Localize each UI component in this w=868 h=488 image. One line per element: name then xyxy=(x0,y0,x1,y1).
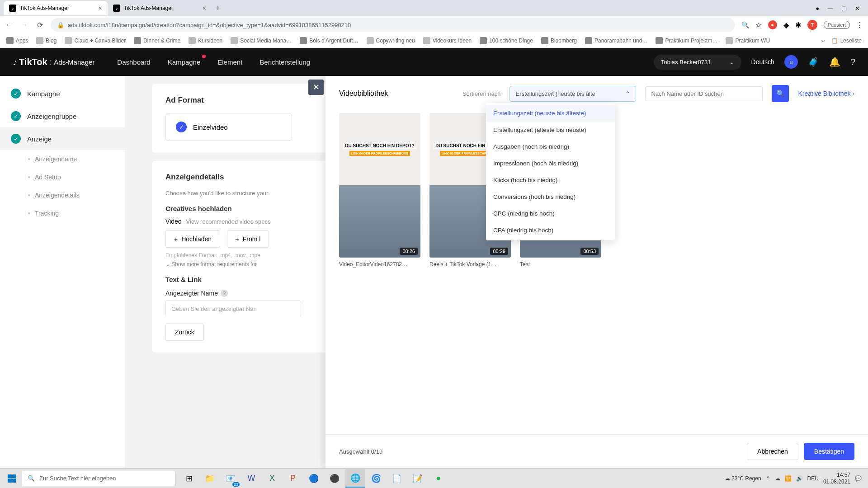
from-library-button[interactable]: +From l xyxy=(227,230,269,248)
explorer-icon[interactable]: 📁 xyxy=(200,469,220,488)
angezeigter-name-input[interactable]: Geben Sie den angezeigten Nan xyxy=(165,300,301,317)
format-option-single-video[interactable]: ✓ Einzelvideo xyxy=(165,113,292,141)
sidebar-sub-tracking[interactable]: Tracking xyxy=(0,204,125,222)
bookmark-apps[interactable]: Apps xyxy=(6,37,28,44)
zoom-icon[interactable]: 🔍 xyxy=(741,21,749,28)
onedrive-icon[interactable]: ☁ xyxy=(775,475,780,482)
record-icon[interactable]: ● xyxy=(816,5,819,12)
maximize-icon[interactable]: ▢ xyxy=(841,5,847,12)
sort-option[interactable]: CPA (niedrig bis hoch) xyxy=(486,222,615,239)
close-drawer-button[interactable]: ✕ xyxy=(308,80,324,95)
volume-icon[interactable]: 🔊 xyxy=(796,475,803,482)
browser-tab[interactable]: ♪ TikTok Ads-Manager × xyxy=(108,1,212,15)
sidebar-sub-anzeigenname[interactable]: Anzeigenname xyxy=(0,150,125,168)
close-icon[interactable]: ✕ xyxy=(855,5,860,12)
upload-button[interactable]: +Hochladen xyxy=(165,230,220,248)
browser-tab-active[interactable]: ♪ TikTok Ads-Manager × xyxy=(4,1,108,15)
tray-chevron-icon[interactable]: ⌃ xyxy=(766,475,770,482)
video-specs-link[interactable]: View recommended video specs xyxy=(186,218,271,225)
user-avatar[interactable]: u xyxy=(784,55,798,69)
star-icon[interactable]: ☆ xyxy=(755,21,762,29)
new-tab-button[interactable]: + xyxy=(212,2,224,14)
sort-option[interactable]: Klicks (hoch bis niedrig) xyxy=(486,172,615,188)
bookmark-item[interactable]: Bloomberg xyxy=(541,37,577,44)
sidebar-sub-adsetup[interactable]: Ad Setup xyxy=(0,168,125,186)
minimize-icon[interactable]: — xyxy=(827,5,833,12)
app-icon[interactable]: 🔵 xyxy=(304,469,324,488)
info-icon[interactable]: ? xyxy=(221,290,228,297)
bell-icon[interactable]: 🔔 xyxy=(829,56,840,67)
notifications-icon[interactable]: 💬 xyxy=(855,475,862,482)
sort-option[interactable]: Impressionen (hoch bis niedrig) xyxy=(486,155,615,172)
sidebar-item-anzeige[interactable]: ✓Anzeige xyxy=(0,127,125,150)
mail-icon[interactable]: 📧23 xyxy=(221,469,241,488)
bookmark-item[interactable]: Claud + Canva Bilder xyxy=(65,37,126,44)
tiktok-logo[interactable]: ♪ TikTok : Ads-Manager xyxy=(13,57,94,67)
bookmark-item[interactable]: Kursideen xyxy=(189,37,222,44)
bookmark-item[interactable]: 100 schöne Dinge xyxy=(480,37,533,44)
bookmark-item[interactable]: Blog xyxy=(36,37,57,44)
task-view-icon[interactable]: ⊞ xyxy=(179,469,199,488)
briefcase-icon[interactable]: 🧳 xyxy=(808,56,819,67)
sort-option[interactable]: Ausgaben (hoch bis niedrig) xyxy=(486,138,615,155)
sort-option[interactable]: CPC (niedrig bis hoch) xyxy=(486,205,615,222)
excel-icon[interactable]: X xyxy=(262,469,282,488)
nav-kampagne[interactable]: Kampagne xyxy=(168,58,201,66)
wifi-icon[interactable]: 🛜 xyxy=(785,475,792,482)
obs-icon[interactable]: ⚫ xyxy=(325,469,344,488)
bookmark-item[interactable]: Copywriting neu xyxy=(367,37,415,44)
clock[interactable]: 14:57 01.08.2021 xyxy=(823,472,850,485)
close-icon[interactable]: × xyxy=(99,5,102,12)
nav-dashboard[interactable]: Dashboard xyxy=(117,58,150,66)
start-button[interactable] xyxy=(2,469,22,488)
language-indicator[interactable]: DEU xyxy=(807,475,819,482)
extension-icon[interactable]: ● xyxy=(768,20,777,29)
word-icon[interactable]: W xyxy=(241,469,261,488)
app-icon[interactable]: 📄 xyxy=(387,469,407,488)
extension-icon[interactable]: ◆ xyxy=(783,21,789,29)
bookmark-item[interactable]: Praktikum Projektm… xyxy=(656,37,717,44)
sort-option[interactable]: Erstellungszeit (älteste bis neuste) xyxy=(486,122,615,138)
back-icon[interactable]: ← xyxy=(5,21,14,29)
profile-avatar[interactable]: T xyxy=(807,20,817,30)
chrome-icon[interactable]: 🌐 xyxy=(345,469,365,488)
notepad-icon[interactable]: 📝 xyxy=(408,469,428,488)
reload-icon[interactable]: ⟳ xyxy=(35,21,44,29)
sort-option[interactable]: Erstellungszeit (neuste bis älteste) xyxy=(486,105,615,122)
cancel-button[interactable]: Abbrechen xyxy=(747,443,798,460)
bookmark-item[interactable]: Videokurs Ideen xyxy=(423,37,472,44)
menu-icon[interactable]: ⋮ xyxy=(856,21,863,29)
video-item[interactable]: DU SUCHST NOCH EIN DEPOT?LINK IN DER PRO… xyxy=(339,113,420,430)
sidebar-item-anzeigengruppe[interactable]: ✓Anzeigengruppe xyxy=(0,105,125,127)
bookmark-item[interactable]: Bois d'Argent Duft… xyxy=(300,37,358,44)
language-selector[interactable]: Deutsch xyxy=(751,58,774,66)
bookmark-item[interactable]: Panoramabahn und… xyxy=(585,37,647,44)
bookmark-item[interactable]: Dinner & Crime xyxy=(134,37,180,44)
leseliste-button[interactable]: 📋Leseliste xyxy=(831,38,862,44)
nav-berichterstellung[interactable]: Berichterstellung xyxy=(259,58,310,66)
search-input[interactable] xyxy=(645,86,763,101)
powerpoint-icon[interactable]: P xyxy=(283,469,303,488)
sidebar-item-kampagne[interactable]: ✓Kampagne xyxy=(0,82,125,105)
sort-option[interactable]: Conversions (hoch bis niedrig) xyxy=(486,188,615,205)
back-button[interactable]: Zurück xyxy=(165,324,204,341)
extensions-icon[interactable]: ✱ xyxy=(795,21,801,29)
edge-icon[interactable]: 🌀 xyxy=(366,469,386,488)
nav-element[interactable]: Element xyxy=(217,58,242,66)
close-icon[interactable]: × xyxy=(203,5,206,12)
paused-badge[interactable]: Pausiert xyxy=(824,21,850,29)
bookmark-item[interactable]: Praktikum WU xyxy=(726,37,770,44)
help-icon[interactable]: ? xyxy=(850,57,855,67)
spotify-icon[interactable]: ● xyxy=(429,469,448,488)
bookmarks-overflow[interactable]: » xyxy=(822,38,825,44)
search-button[interactable]: 🔍 xyxy=(772,85,789,102)
sidebar-sub-anzeigendetails[interactable]: Anzeigendetails xyxy=(0,186,125,204)
creative-library-link[interactable]: Kreative Bibliothek › xyxy=(798,90,854,97)
confirm-button[interactable]: Bestätigen xyxy=(804,443,854,460)
url-field[interactable]: 🔒 ads.tiktok.com/i18n/campaign/ad/creati… xyxy=(51,18,735,32)
account-selector[interactable]: Tobias Becker0731 ⌄ xyxy=(654,55,741,70)
bookmark-item[interactable]: Social Media Mana… xyxy=(231,37,292,44)
weather-widget[interactable]: ☁ 23°C Regen xyxy=(725,475,761,482)
taskbar-search[interactable]: 🔍Zur Suche Text hier eingeben xyxy=(22,471,175,486)
sort-select[interactable]: Erstellungszeit (neuste bis älte ⌃ xyxy=(509,86,636,102)
